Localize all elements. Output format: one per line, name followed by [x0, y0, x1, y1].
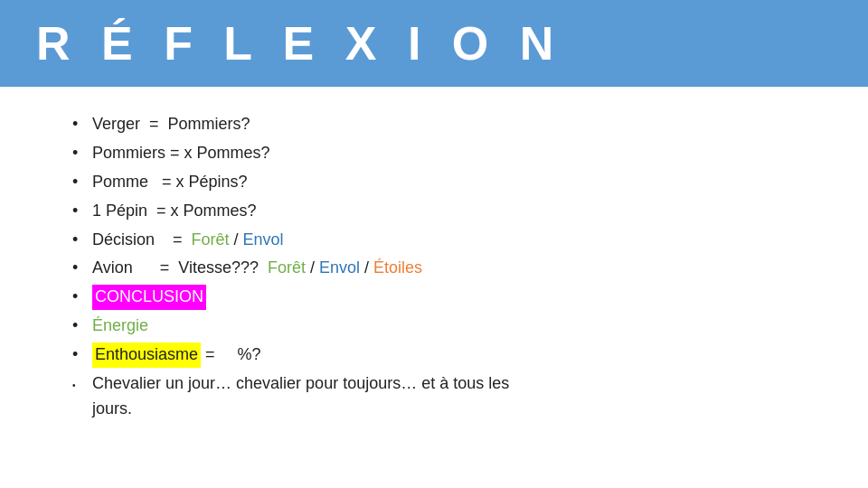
bullet-dot: •	[72, 170, 92, 195]
avion-vitesse: Vitesse???	[178, 256, 268, 281]
verger-val: Pommiers?	[168, 112, 250, 137]
bullet-dot: •	[72, 112, 92, 137]
line-verger: Verger = Pommiers?	[92, 112, 250, 137]
line-pomme: Pomme = x Pépins?	[92, 170, 248, 195]
line-conclusion: CONCLUSION	[92, 285, 206, 310]
list-item: • Pomme = x Pépins?	[72, 170, 832, 195]
bullet-dot: •	[72, 375, 92, 393]
avion-slash1: /	[306, 256, 319, 281]
enthousiasme-eq: = %?	[201, 343, 261, 368]
verger-eq: =	[140, 112, 168, 137]
list-item: • Avion = Vitesse??? Forêt / Envol / Éto…	[72, 256, 832, 281]
pepin-text: 1 Pépin	[92, 199, 147, 224]
chevalier-line1: Chevalier un jour… chevalier pour toujou…	[92, 371, 509, 397]
avion-text: Avion	[92, 256, 133, 281]
page: R É F L E X I O N • Verger = Pommiers? •…	[0, 0, 868, 488]
chevalier-line2: jours.	[92, 397, 132, 422]
conclusion-text: CONCLUSION	[92, 285, 206, 310]
pomme-eq: = x	[148, 170, 189, 195]
pomme-val: Pépins?	[189, 170, 248, 195]
pepin-val: Pommes?	[184, 199, 257, 224]
pommiers-eq: = x	[165, 141, 197, 166]
bullet-dot: •	[72, 141, 92, 166]
list-item: • Pommiers = x Pommes?	[72, 141, 832, 166]
page-title: R É F L E X I O N	[36, 16, 562, 70]
header: R É F L E X I O N	[0, 0, 868, 87]
energie-text: Énergie	[92, 314, 148, 339]
bullet-dot: •	[72, 285, 92, 310]
decision-text: Décision	[92, 228, 155, 253]
list-item: • Chevalier un jour… chevalier pour touj…	[72, 371, 832, 422]
decision-envol: Envol	[243, 228, 284, 253]
bullet-dot: •	[72, 256, 92, 281]
avion-envol: Envol	[319, 256, 360, 281]
avion-etoiles: Étoiles	[373, 256, 422, 281]
verger-text: Verger	[92, 112, 140, 137]
bullet-dot: •	[72, 343, 92, 368]
bullet-dot: •	[72, 228, 92, 253]
list-item: • CONCLUSION	[72, 285, 832, 310]
decision-eq: =	[155, 228, 192, 253]
line-chevalier: Chevalier un jour… chevalier pour toujou…	[92, 371, 509, 422]
pomme-text: Pomme	[92, 170, 148, 195]
line-energie: Énergie	[92, 314, 148, 339]
line-pommiers: Pommiers = x Pommes?	[92, 141, 270, 166]
avion-eq: =	[133, 256, 179, 281]
pommiers-val: Pommes?	[197, 141, 270, 166]
pepin-eq: = x	[147, 199, 184, 224]
bullet-list: • Verger = Pommiers? • Pommiers = x Pomm…	[72, 112, 832, 422]
list-item: • 1 Pépin = x Pommes?	[72, 199, 832, 224]
list-item: • Décision = Forêt / Envol	[72, 228, 832, 253]
content-area: • Verger = Pommiers? • Pommiers = x Pomm…	[0, 87, 868, 488]
bullet-dot: •	[72, 314, 92, 339]
list-item: • Verger = Pommiers?	[72, 112, 832, 137]
list-item: • Énergie	[72, 314, 832, 339]
decision-slash: /	[230, 228, 243, 253]
pommiers-text: Pommiers	[92, 141, 165, 166]
line-avion: Avion = Vitesse??? Forêt / Envol / Étoil…	[92, 256, 422, 281]
line-enthousiasme: Enthousiasme = %?	[92, 343, 261, 368]
bullet-dot: •	[72, 199, 92, 224]
enthousiasme-text: Enthousiasme	[92, 343, 201, 368]
line-pepin: 1 Pépin = x Pommes?	[92, 199, 257, 224]
avion-slash2: /	[360, 256, 373, 281]
list-item: • Enthousiasme = %?	[72, 343, 832, 368]
decision-foret: Forêt	[192, 228, 230, 253]
avion-foret: Forêt	[268, 256, 306, 281]
line-decision: Décision = Forêt / Envol	[92, 228, 284, 253]
